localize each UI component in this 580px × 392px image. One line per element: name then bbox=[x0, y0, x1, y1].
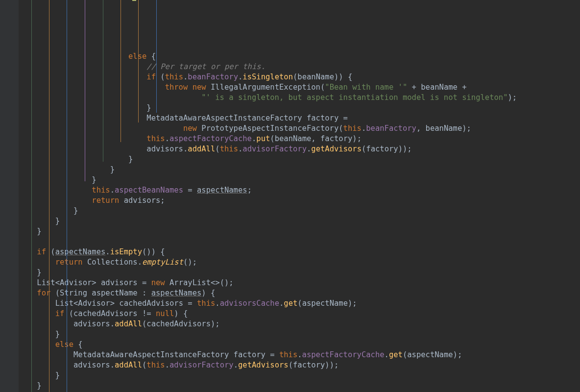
code-editor[interactable]: else { // Per target or per this. if (th… bbox=[0, 0, 580, 392]
caret-indicator bbox=[132, 0, 136, 1]
gutter bbox=[0, 0, 19, 392]
comment: // Per target or per this. bbox=[146, 62, 266, 71]
keyword-else: else bbox=[128, 52, 146, 61]
code-content[interactable]: else { // Per target or per this. if (th… bbox=[19, 51, 580, 392]
